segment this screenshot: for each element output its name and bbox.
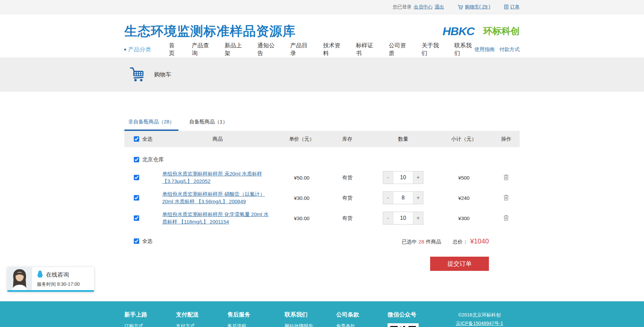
footer-col-title: 联系我们: [284, 311, 336, 319]
product-link[interactable]: 单组份水质监测标样标样所 化学需氧量 20ml 水质标样 【118mg/L】 2…: [162, 211, 273, 226]
col-header-product: 商品: [158, 136, 280, 142]
footer-link[interactable]: 订购方式: [124, 323, 176, 327]
nav-item-catalog[interactable]: 产品目录: [290, 42, 310, 57]
product-link[interactable]: 单组份水质监测标样标样所 汞20ml 水质标样 【3.73μg/L】 20205…: [162, 170, 273, 185]
total-label: 总价：: [452, 239, 468, 245]
col-header-stock: 库存: [324, 136, 371, 142]
brand-abbr-text: HBKC: [443, 25, 474, 38]
select-all-checkbox-top[interactable]: [134, 136, 139, 142]
site-title: 生态环境监测标准样品资源库: [124, 23, 296, 40]
stock-status: 有货: [324, 215, 371, 221]
delete-item-icon[interactable]: [503, 194, 509, 201]
footer-col-title: 公司条款: [336, 311, 388, 319]
main-nav: 产品分类 首页 产品查询 新品上架 通知公告 产品目录 技术资料 标样证书 公司…: [124, 42, 520, 57]
footer-col-title: 售后服务: [227, 311, 285, 319]
tab-self-bottle[interactable]: 自备瓶商品（1）: [187, 119, 230, 131]
qq-icon: [37, 270, 43, 279]
col-header-unit-price: 单价（元）: [280, 136, 324, 142]
online-chat-widget[interactable]: 在线咨询 服务时间 8:30-17:00: [7, 267, 94, 292]
brand-name-text: 环标科创: [483, 25, 520, 37]
user-guide-link[interactable]: 使用指南: [474, 46, 495, 53]
quantity-stepper: - 8 +: [383, 191, 423, 204]
icp-license-link[interactable]: 京ICP备15048947号-1: [439, 319, 520, 327]
unit-price: ¥50.00: [280, 175, 324, 181]
quantity-decrease-button[interactable]: -: [383, 192, 393, 204]
subtotal: ¥300: [435, 215, 493, 221]
cart-link[interactable]: 购物车( 29 ): [465, 4, 490, 10]
warehouse-label: 北京仓库: [142, 156, 164, 163]
cart-tabs: 非自备瓶商品（28） 自备瓶商品（1）: [124, 119, 520, 131]
brand-logo: HBKC 环标科创: [443, 25, 520, 38]
selected-count: 28: [419, 239, 424, 244]
footer-col-title: 支付配送: [176, 311, 227, 319]
nav-item-notices[interactable]: 通知公告: [257, 42, 277, 57]
item-checkbox[interactable]: [134, 215, 139, 221]
nav-item-product-search[interactable]: 产品查询: [192, 42, 212, 57]
quantity-value[interactable]: 10: [393, 212, 413, 224]
product-link[interactable]: 单组份水质监测标样标样所 硝酸盐（以氮计） 20ml 水质标样 【3.56mg/…: [162, 190, 273, 205]
payment-method-link[interactable]: 付款方式: [499, 46, 520, 53]
warehouse-row: 北京仓库: [124, 152, 520, 167]
cart-item-row: 单组份水质监测标样标样所 汞20ml 水质标样 【3.73μg/L】 20205…: [124, 167, 520, 188]
item-checkbox[interactable]: [134, 195, 139, 201]
footer-link[interactable]: 免责条款: [336, 323, 388, 327]
orders-icon: [504, 4, 509, 9]
unit-price: ¥30.00: [280, 195, 324, 201]
page-header-band: 购物车: [0, 57, 644, 92]
footer: 新手上路 订购方式 购物流程 支付配送 支付方式 配送方式 售后服务 售后流程 …: [0, 301, 644, 327]
quantity-stepper: - 10 +: [383, 171, 423, 184]
submit-order-button[interactable]: 提交订单: [430, 257, 489, 271]
subtotal: ¥240: [435, 195, 493, 201]
col-header-quantity: 数量: [371, 136, 435, 142]
footer-link[interactable]: 支付方式: [176, 323, 227, 327]
footer-link[interactable]: 售后流程: [227, 323, 285, 327]
nav-category-button[interactable]: 产品分类: [124, 46, 169, 53]
nav-item-new-arrivals[interactable]: 新品上架: [225, 42, 245, 57]
selected-prefix: 已选中: [402, 239, 417, 245]
quantity-increase-button[interactable]: +: [413, 171, 423, 184]
topbar: 您已登录 会员中心 退出 购物车( 29 ) 订单: [0, 0, 644, 14]
nav-item-home[interactable]: 首页: [169, 42, 179, 57]
quantity-decrease-button[interactable]: -: [383, 171, 393, 184]
quantity-stepper: - 10 +: [383, 212, 423, 225]
bullet-icon: [124, 49, 126, 50]
cart-item-row: 单组份水质监测标样标样所 硝酸盐（以氮计） 20ml 水质标样 【3.56mg/…: [124, 188, 520, 208]
chat-title: 在线咨询: [46, 271, 69, 279]
nav-item-tech-docs[interactable]: 技术资料: [323, 42, 343, 57]
member-center-link[interactable]: 会员中心: [414, 4, 432, 10]
wechat-qr-code: [388, 323, 419, 327]
item-checkbox[interactable]: [134, 175, 139, 180]
chat-service-hours: 服务时间 8:30-17:00: [37, 281, 80, 287]
quantity-increase-button[interactable]: +: [413, 212, 423, 224]
nav-item-about[interactable]: 关于我们: [422, 42, 442, 57]
cart-table-header: 全选 商品 单价（元） 库存 数量 小计（元） 操作: [124, 131, 520, 147]
stock-status: 有货: [324, 195, 371, 201]
stock-status: 有货: [324, 174, 371, 181]
selected-suffix: 件商品: [426, 239, 441, 245]
logout-link[interactable]: 退出: [435, 4, 444, 10]
col-header-subtotal: 小计（元）: [435, 136, 493, 142]
footer-link[interactable]: 网站故障报告: [284, 323, 336, 327]
nav-item-contact[interactable]: 联系我们: [454, 42, 474, 57]
cart-summary-row: 全选 已选中 28 件商品 总价： ¥1040: [124, 234, 520, 248]
nav-item-certificates[interactable]: 标样证书: [356, 42, 376, 57]
total-value: ¥1040: [470, 237, 489, 245]
warehouse-checkbox[interactable]: [134, 157, 139, 162]
col-header-action: 操作: [493, 136, 520, 142]
quantity-value[interactable]: 8: [393, 192, 413, 204]
unit-price: ¥30.00: [280, 215, 324, 221]
big-cart-icon: [129, 66, 145, 83]
cart-main: 非自备瓶商品（28） 自备瓶商品（1） 全选 商品 单价（元） 库存 数量 小计…: [0, 92, 644, 301]
copyright-block: ©2016北京环标科创 京ICP备15048947号-1 版权所有，并保留所有权…: [439, 311, 520, 327]
tab-non-self-bottle[interactable]: 非自备瓶商品（28）: [124, 119, 178, 131]
delete-item-icon[interactable]: [503, 214, 509, 221]
nav-item-qualifications[interactable]: 公司资质: [389, 42, 409, 57]
quantity-increase-button[interactable]: +: [413, 192, 423, 204]
quantity-value[interactable]: 10: [393, 171, 413, 184]
quantity-decrease-button[interactable]: -: [383, 212, 393, 224]
orders-link[interactable]: 订单: [510, 4, 520, 10]
delete-item-icon[interactable]: [503, 174, 509, 181]
footer-col-title: 新手上路: [124, 311, 176, 319]
agent-avatar: [7, 267, 32, 290]
select-all-checkbox-bottom[interactable]: [134, 238, 139, 244]
